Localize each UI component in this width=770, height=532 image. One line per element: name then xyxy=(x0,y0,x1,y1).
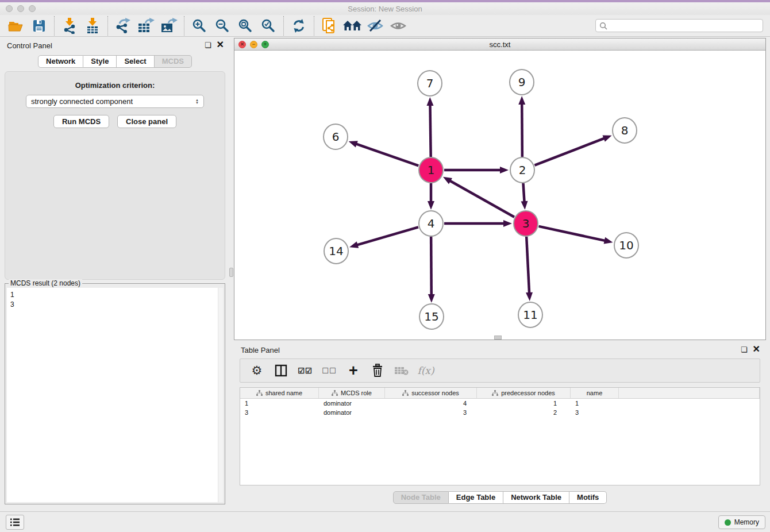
table-settings-button[interactable]: ⚙ xyxy=(246,361,268,380)
graph-edge-arrowhead xyxy=(427,97,434,106)
graph-edge-3-10[interactable] xyxy=(538,226,605,241)
float-panel-icon[interactable]: ❏ xyxy=(205,41,211,49)
graph-edge-2-8[interactable] xyxy=(534,138,605,165)
ndex-browse-button[interactable] xyxy=(341,16,364,36)
select-all-rows-button[interactable]: ☑☑ xyxy=(294,361,316,380)
graph-node-label: 8 xyxy=(621,124,629,137)
zoom-in-button[interactable] xyxy=(188,16,211,36)
tab-network[interactable]: Network xyxy=(38,55,83,68)
graph-node-6[interactable]: 6 xyxy=(324,124,348,149)
export-table-button[interactable] xyxy=(134,16,157,36)
window-title: Session: New Session xyxy=(0,5,770,13)
apply-layout-button[interactable] xyxy=(287,16,310,36)
memory-button[interactable]: Memory xyxy=(718,515,765,529)
open-session-button[interactable] xyxy=(5,16,28,36)
graph-edge-arrowhead xyxy=(521,201,528,210)
tab-network-table[interactable]: Network Table xyxy=(503,491,569,504)
tab-mcds[interactable]: MCDS xyxy=(155,55,192,68)
graph-node-15[interactable]: 15 xyxy=(419,304,444,329)
graph-edge-3-1[interactable] xyxy=(449,180,514,217)
tab-select[interactable]: Select xyxy=(117,55,154,68)
column-header-filler xyxy=(619,388,760,398)
add-column-button[interactable]: + xyxy=(342,361,364,380)
delete-column-button[interactable] xyxy=(367,361,388,380)
columns-icon xyxy=(275,364,287,377)
graph-node-label: 3 xyxy=(522,217,530,230)
graph-edge-1-7[interactable] xyxy=(430,105,430,157)
cell-predecessor-nodes[interactable]: 2 xyxy=(477,408,571,417)
graph-edge-4-15[interactable] xyxy=(431,237,432,295)
hide-details-button[interactable] xyxy=(364,16,387,36)
import-table-button[interactable] xyxy=(81,16,104,36)
graph-edge-1-6[interactable] xyxy=(356,144,418,165)
graph-node-14[interactable]: 14 xyxy=(324,238,348,264)
result-scrollbar[interactable] xyxy=(218,288,223,502)
mcds-result-text[interactable]: 1 3 xyxy=(7,288,223,502)
graph-node-10[interactable]: 10 xyxy=(614,233,638,258)
graph-node-8[interactable]: 8 xyxy=(613,118,637,143)
table-row[interactable]: 1 dominator 4 1 1 xyxy=(240,399,760,408)
graph-edge-2-3[interactable] xyxy=(523,183,524,202)
table-row[interactable]: 3 dominator 3 2 3 xyxy=(240,408,760,417)
horizontal-splitter-handle[interactable] xyxy=(494,336,502,340)
tab-node-table[interactable]: Node Table xyxy=(393,491,449,504)
export-network-button[interactable] xyxy=(111,16,134,36)
float-table-panel-icon[interactable]: ❏ xyxy=(741,346,748,353)
save-session-button[interactable] xyxy=(28,16,51,36)
export-image-button[interactable] xyxy=(157,16,180,36)
cell-shared-name[interactable]: 3 xyxy=(240,408,319,417)
deselect-all-rows-button[interactable]: ☐☐ xyxy=(318,361,340,380)
cell-name[interactable]: 1 xyxy=(571,399,619,408)
vertical-splitter-handle[interactable] xyxy=(229,268,233,277)
cell-successor-nodes[interactable]: 3 xyxy=(385,408,477,417)
graph-node-9[interactable]: 9 xyxy=(510,70,534,95)
destroy-table-button[interactable] xyxy=(391,361,413,380)
show-details-button[interactable] xyxy=(387,16,410,36)
tab-edge-table[interactable]: Edge Table xyxy=(449,491,503,504)
search-field[interactable] xyxy=(595,19,763,32)
graph-node-1[interactable]: 1 xyxy=(419,157,443,183)
cell-successor-nodes[interactable]: 4 xyxy=(385,399,477,408)
network-graph[interactable]: 7968124314101511 xyxy=(234,51,765,340)
column-header-name[interactable]: name xyxy=(571,388,619,398)
column-header-shared-name[interactable]: shared name xyxy=(240,388,319,398)
run-mcds-button[interactable]: Run MCDS xyxy=(53,115,109,128)
graph-node-4[interactable]: 4 xyxy=(419,211,443,236)
column-header-predecessor-nodes[interactable]: predecessor nodes xyxy=(477,388,571,398)
zoom-selected-icon xyxy=(261,18,276,33)
graph-edge-4-14[interactable] xyxy=(357,227,418,245)
graph-edge-3-11[interactable] xyxy=(526,237,529,294)
gear-icon: ⚙ xyxy=(252,364,263,377)
cell-shared-name[interactable]: 1 xyxy=(240,399,319,408)
cell-predecessor-nodes[interactable]: 1 xyxy=(477,399,571,408)
cell-mcds-role[interactable]: dominator xyxy=(319,399,385,408)
close-panel-icon[interactable]: ✕ xyxy=(217,40,224,49)
tab-motifs[interactable]: Motifs xyxy=(569,491,607,504)
zoom-selected-button[interactable] xyxy=(257,16,280,36)
network-view-window: ✕ − + scc.txt 7968124314101511 xyxy=(234,38,766,340)
cell-name[interactable]: 3 xyxy=(571,408,619,417)
close-panel-button[interactable]: Close panel xyxy=(117,115,176,128)
graph-node-2[interactable]: 2 xyxy=(510,157,534,183)
task-history-button[interactable] xyxy=(6,515,24,530)
zoom-out-button[interactable] xyxy=(211,16,234,36)
cell-mcds-role[interactable]: dominator xyxy=(319,408,385,417)
function-builder-button[interactable]: f(x) xyxy=(415,361,437,380)
toggle-column-panel-button[interactable] xyxy=(270,361,292,380)
graph-node-7[interactable]: 7 xyxy=(418,71,442,96)
graph-node-3[interactable]: 3 xyxy=(514,211,538,236)
tab-style[interactable]: Style xyxy=(83,55,117,68)
column-header-mcds-role[interactable]: MCDS role xyxy=(319,388,385,398)
clone-network-button[interactable] xyxy=(318,16,341,36)
zoom-fit-button[interactable] xyxy=(234,16,257,36)
column-header-successor-nodes[interactable]: successor nodes xyxy=(385,388,477,398)
clone-network-icon xyxy=(321,17,337,34)
criterion-dropdown[interactable]: strongly connected component ▲▼ xyxy=(26,95,204,108)
graph-edge-2-9[interactable] xyxy=(522,103,522,157)
search-input[interactable] xyxy=(610,22,759,30)
close-table-panel-icon[interactable]: ✕ xyxy=(753,345,760,354)
graph-node-11[interactable]: 11 xyxy=(518,302,542,327)
import-network-button[interactable] xyxy=(58,16,81,36)
table-panel-title: Table Panel xyxy=(241,346,280,354)
network-canvas[interactable]: 7968124314101511 xyxy=(234,51,765,340)
